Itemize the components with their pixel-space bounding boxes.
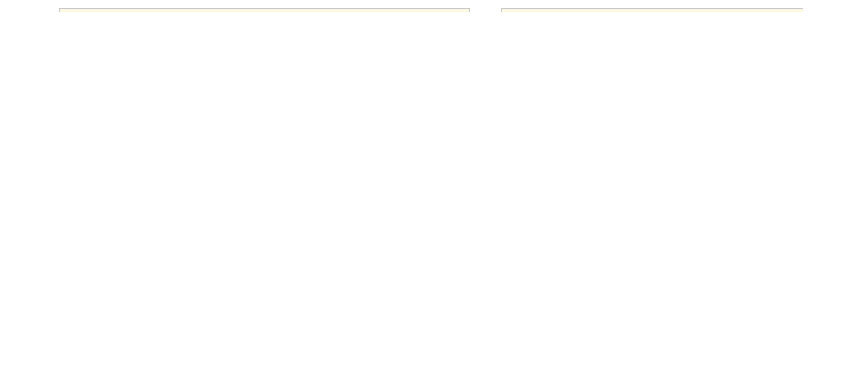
right-panel: FROM 表名列表 WHERE 条件列表 GROUP BY 分组字段列表 HAV… [501,8,803,12]
left-arrows [60,9,471,12]
left-panel: SELECT 字段列表 FROM 表名列表 WHERE 条件列表 GROUP B… [59,8,470,12]
